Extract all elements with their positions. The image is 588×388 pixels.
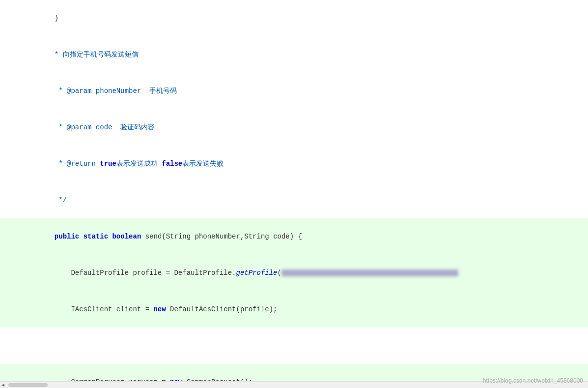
- code-line: IAcsClient client = new DefaultAcsClient…: [0, 291, 588, 328]
- code-text: ): [38, 14, 58, 22]
- code-text: * @param phoneNumber 手机号码: [38, 87, 177, 95]
- code-text: 表示发送成功: [116, 160, 162, 168]
- line-content: * @param phoneNumber 手机号码: [0, 73, 588, 109]
- line-content: ): [0, 0, 588, 36]
- code-text: */: [38, 196, 67, 204]
- code-text: true: [100, 160, 116, 168]
- line-content: * 向指定手机号码发送短信: [0, 37, 588, 72]
- line-content: * @return true表示发送成功 false表示发送失败: [0, 146, 588, 181]
- code-text: DefaultAcsClient(profile);: [166, 305, 278, 313]
- code-line: [0, 328, 588, 364]
- line-content: */: [0, 182, 588, 218]
- code-text: DefaultProfile profile = DefaultProfile.: [38, 269, 236, 277]
- code-container: ) * 向指定手机号码发送短信 * @param phoneNumber 手机号…: [0, 0, 588, 388]
- code-text: IAcsClient client =: [38, 305, 153, 313]
- line-content: IAcsClient client = new DefaultAcsClient…: [0, 292, 588, 327]
- code-text: getProfile: [236, 269, 277, 277]
- code-text: public: [38, 233, 79, 240]
- code-text: boolean: [112, 233, 141, 240]
- code-line: * @return true表示发送成功 false表示发送失败: [0, 146, 588, 182]
- code-area: ) * 向指定手机号码发送短信 * @param phoneNumber 手机号…: [0, 0, 588, 388]
- code-line: * 向指定手机号码发送短信: [0, 36, 588, 73]
- line-content: public static boolean send(String phoneN…: [0, 219, 588, 254]
- code-line: * @param phoneNumber 手机号码: [0, 73, 588, 109]
- code-text: 表示发送失败: [182, 160, 224, 168]
- code-line: * @param code 验证码内容: [0, 109, 588, 146]
- code-text: send(String phoneNumber,String code) {: [141, 233, 302, 240]
- line-content: [0, 328, 588, 363]
- code-text: * @return: [38, 160, 100, 168]
- code-line: ): [0, 0, 588, 36]
- code-text: [38, 342, 42, 350]
- line-content: * @param code 验证码内容: [0, 110, 588, 145]
- scroll-left-arrow[interactable]: ◀: [0, 382, 6, 388]
- watermark: https://blog.csdn.net/weixin_45868000: [483, 377, 583, 384]
- code-line: */: [0, 182, 588, 218]
- line-content: DefaultProfile profile = DefaultProfile.…: [0, 255, 588, 291]
- code-text: (: [278, 269, 281, 277]
- code-text: * @param code 验证码内容: [38, 123, 155, 131]
- code-line: DefaultProfile profile = DefaultProfile.…: [0, 255, 588, 291]
- code-text: * 向指定手机号码发送短信: [38, 51, 138, 59]
- code-line: public static boolean send(String phoneN…: [0, 218, 588, 255]
- code-text: false: [162, 160, 182, 168]
- code-text: static: [84, 233, 108, 240]
- code-text: [79, 233, 83, 240]
- blurred-text: [281, 269, 458, 276]
- code-text: new: [153, 305, 166, 313]
- scrollbar-thumb[interactable]: [8, 383, 48, 387]
